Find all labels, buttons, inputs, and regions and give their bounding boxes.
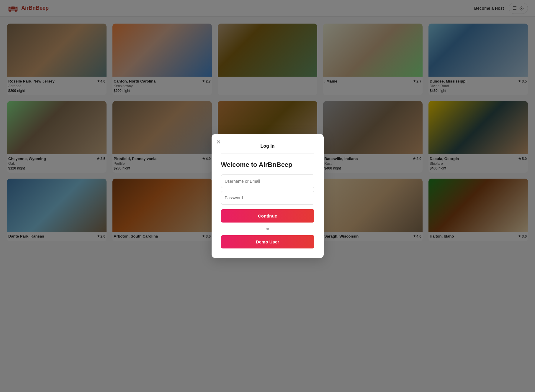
- login-modal: ✕ Log in Welcome to AirBnBeep Continue o…: [212, 134, 324, 248]
- or-divider: or: [221, 227, 314, 231]
- demo-user-button[interactable]: Demo User: [221, 235, 314, 248]
- continue-button[interactable]: Continue: [221, 209, 314, 223]
- close-button[interactable]: ✕: [216, 139, 221, 145]
- modal-title: ✕ Log in: [221, 144, 314, 154]
- modal-overlay[interactable]: ✕ Log in Welcome to AirBnBeep Continue o…: [0, 0, 535, 248]
- password-input[interactable]: [221, 191, 314, 205]
- modal-welcome-text: Welcome to AirBnBeep: [221, 161, 314, 169]
- username-input[interactable]: [221, 174, 314, 188]
